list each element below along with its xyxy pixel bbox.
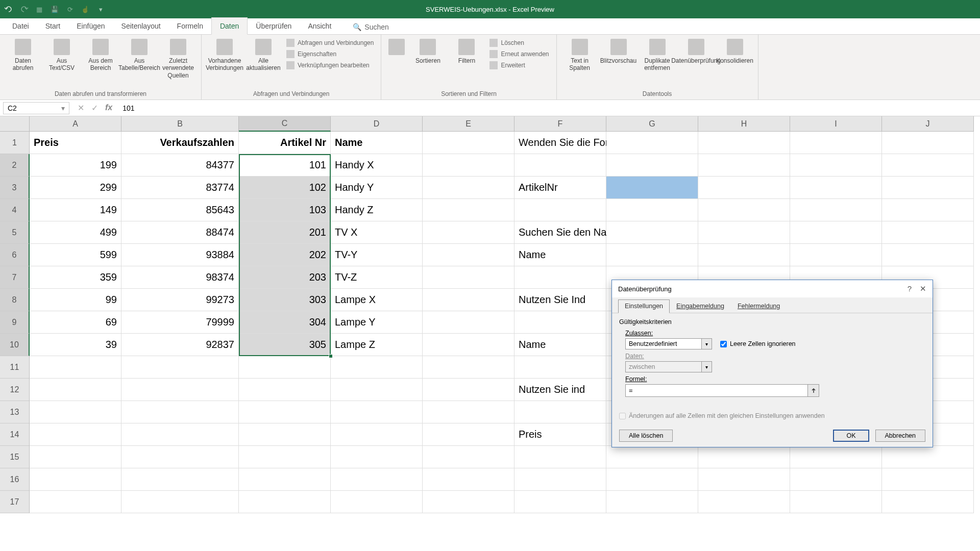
cell[interactable] xyxy=(514,311,606,334)
cell[interactable] xyxy=(30,423,121,446)
from-table-button[interactable]: Aus Tabelle/Bereich xyxy=(121,38,157,73)
save-icon[interactable]: 💾 xyxy=(50,5,59,14)
cell[interactable]: Name xyxy=(514,244,606,266)
allow-select[interactable]: ▾ xyxy=(625,338,712,349)
cell[interactable]: 98374 xyxy=(121,266,239,289)
cell[interactable] xyxy=(30,379,121,401)
row-header[interactable]: 7 xyxy=(0,266,30,289)
cell[interactable]: 79999 xyxy=(121,311,239,334)
cell[interactable] xyxy=(882,132,974,154)
cell[interactable] xyxy=(239,468,331,491)
cell[interactable]: Nutzen Sie Ind xyxy=(514,289,606,311)
qat-dropdown-icon[interactable]: ▾ xyxy=(96,5,105,14)
cell[interactable] xyxy=(423,468,514,491)
cell[interactable]: 83774 xyxy=(121,177,239,199)
row-header[interactable]: 2 xyxy=(0,154,30,177)
tab-data[interactable]: Daten xyxy=(211,17,248,35)
queries-button[interactable]: Abfragen und Verbindungen xyxy=(284,38,376,48)
cell[interactable] xyxy=(423,177,514,199)
cell[interactable] xyxy=(423,334,514,356)
cell[interactable] xyxy=(423,311,514,334)
range-picker-icon[interactable] xyxy=(808,384,819,397)
cell[interactable] xyxy=(698,491,790,513)
help-icon[interactable]: ? xyxy=(908,284,912,293)
cell[interactable] xyxy=(423,401,514,423)
cell[interactable] xyxy=(698,154,790,177)
cell[interactable] xyxy=(606,244,698,266)
cell[interactable]: Lampe Y xyxy=(331,311,423,334)
recent-sources-button[interactable]: Zuletzt verwendete Quellen xyxy=(160,38,196,80)
row-header[interactable]: 15 xyxy=(0,446,30,468)
tab-error-alert[interactable]: Fehlermeldung xyxy=(731,299,787,313)
camera-icon[interactable]: ▦ xyxy=(35,5,44,14)
cell[interactable] xyxy=(331,468,423,491)
cell[interactable] xyxy=(121,379,239,401)
cell[interactable] xyxy=(790,446,882,468)
cell[interactable] xyxy=(606,154,698,177)
clear-all-button[interactable]: Alle löschen xyxy=(619,430,673,442)
cell[interactable] xyxy=(882,221,974,244)
cell[interactable]: 93884 xyxy=(121,244,239,266)
advanced-filter-button[interactable]: Erweitert xyxy=(487,60,551,70)
cell[interactable] xyxy=(790,244,882,266)
cell[interactable] xyxy=(698,132,790,154)
refresh-all-button[interactable]: Alle aktualisieren xyxy=(246,38,281,73)
cell[interactable] xyxy=(423,379,514,401)
cell[interactable] xyxy=(121,491,239,513)
cell[interactable] xyxy=(882,199,974,221)
cell[interactable]: 149 xyxy=(30,199,121,221)
cell[interactable] xyxy=(121,446,239,468)
chevron-down-icon[interactable]: ▾ xyxy=(702,338,712,349)
cell[interactable]: 499 xyxy=(30,221,121,244)
flash-fill-button[interactable]: Blitzvorschau xyxy=(601,38,636,65)
row-header[interactable]: 3 xyxy=(0,177,30,199)
cell[interactable] xyxy=(121,423,239,446)
ok-button[interactable]: OK xyxy=(833,430,869,442)
cell[interactable] xyxy=(698,446,790,468)
cell[interactable]: Suchen Sie den Namen des Produkts mit SV… xyxy=(514,221,606,244)
cell[interactable] xyxy=(331,446,423,468)
tab-file[interactable]: Datei xyxy=(4,18,37,34)
cell[interactable] xyxy=(30,446,121,468)
allow-value[interactable] xyxy=(625,338,702,349)
cell[interactable]: 88474 xyxy=(121,221,239,244)
consolidate-button[interactable]: Konsolidieren xyxy=(717,38,753,65)
cell[interactable] xyxy=(331,356,423,379)
cell[interactable]: 102 xyxy=(239,177,331,199)
cell[interactable] xyxy=(423,423,514,446)
cancel-button[interactable]: Abbrechen xyxy=(875,430,925,442)
cell[interactable]: 359 xyxy=(30,266,121,289)
cell[interactable]: TV-Z xyxy=(331,266,423,289)
row-header[interactable]: 6 xyxy=(0,244,30,266)
column-header[interactable]: H xyxy=(698,116,790,132)
row-header[interactable]: 5 xyxy=(0,221,30,244)
cell[interactable]: 85643 xyxy=(121,199,239,221)
tab-insert[interactable]: Einfügen xyxy=(68,18,113,34)
cell[interactable] xyxy=(239,356,331,379)
cell[interactable]: 84377 xyxy=(121,154,239,177)
cell[interactable] xyxy=(331,379,423,401)
select-all-corner[interactable] xyxy=(0,116,30,132)
enter-icon[interactable]: ✓ xyxy=(91,103,98,113)
cell[interactable] xyxy=(30,468,121,491)
cell[interactable] xyxy=(606,468,698,491)
cell[interactable] xyxy=(698,199,790,221)
touch-icon[interactable]: ☝ xyxy=(81,5,90,14)
cell[interactable] xyxy=(882,244,974,266)
cell[interactable]: 599 xyxy=(30,244,121,266)
row-header[interactable]: 16 xyxy=(0,468,30,491)
name-box[interactable]: C2 ▾ xyxy=(3,102,69,114)
cell[interactable]: Artikel Nr xyxy=(239,132,331,154)
cell[interactable] xyxy=(514,491,606,513)
tab-settings[interactable]: Einstellungen xyxy=(618,299,670,313)
cell[interactable] xyxy=(331,491,423,513)
cell[interactable] xyxy=(514,154,606,177)
cell[interactable]: 299 xyxy=(30,177,121,199)
cell[interactable] xyxy=(790,491,882,513)
tab-input-message[interactable]: Eingabemeldung xyxy=(670,299,731,313)
cell[interactable] xyxy=(790,199,882,221)
cell[interactable] xyxy=(239,446,331,468)
cell[interactable] xyxy=(606,132,698,154)
close-icon[interactable]: ✕ xyxy=(920,284,926,293)
fill-handle[interactable] xyxy=(329,354,333,358)
